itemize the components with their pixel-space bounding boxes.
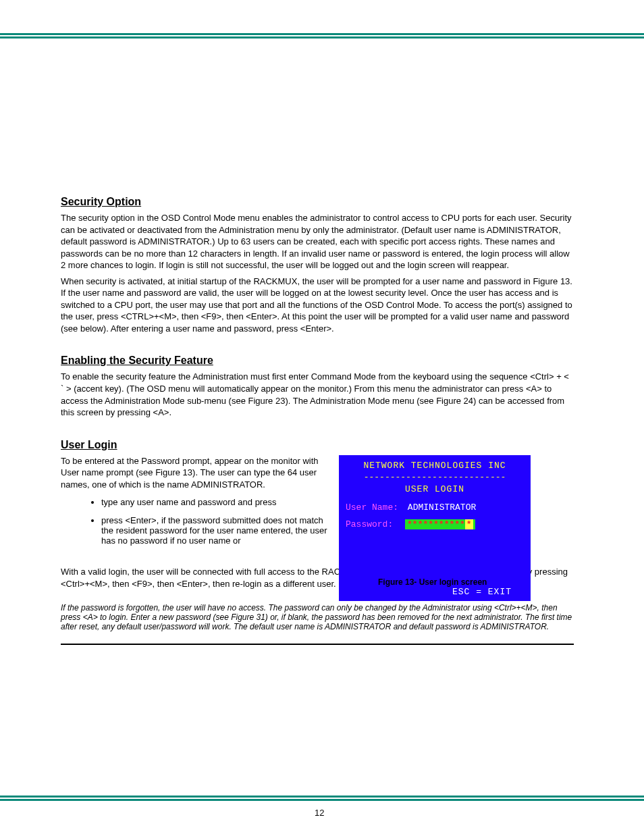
para-security-2: When security is activated, at initial s… bbox=[61, 276, 574, 335]
osd-password-field[interactable]: ************ bbox=[405, 519, 475, 529]
bottom-separator bbox=[61, 644, 574, 645]
osd-password-row: Password: ************ bbox=[346, 519, 524, 529]
osd-password-cursor: * bbox=[465, 519, 473, 529]
para-enabling-1: To enable the security feature the Admin… bbox=[61, 371, 574, 418]
page-number: 12 bbox=[315, 808, 324, 818]
top-teal-rule bbox=[0, 33, 644, 38]
osd-subtitle: USER LOGIN bbox=[346, 484, 524, 494]
heading-security: Security Option bbox=[61, 196, 587, 208]
figure-caption: Figure 13- User login screen bbox=[378, 577, 487, 587]
para-login-1: To be entered at the Password prompt, ap… bbox=[61, 455, 324, 491]
osd-password-mask: *********** bbox=[407, 519, 465, 529]
osd-footer-hint: ESC = EXIT bbox=[452, 587, 512, 597]
osd-username-label: User Name: bbox=[346, 502, 398, 513]
osd-divider: --------------------------- bbox=[346, 472, 524, 482]
osd-username-row: User Name: ADMINISTRATOR bbox=[346, 502, 524, 513]
heading-enabling: Enabling the Security Feature bbox=[61, 355, 587, 367]
login-bullet-2: press <Enter>, if the password submitted… bbox=[101, 515, 331, 546]
heading-user-login: User Login bbox=[61, 439, 587, 451]
bottom-teal-rule bbox=[0, 796, 644, 801]
para-note: If the password is forgotten, the user w… bbox=[61, 603, 574, 631]
osd-password-label: Password: bbox=[346, 519, 393, 529]
para-security-1: The security option in the OSD Control M… bbox=[61, 212, 574, 271]
osd-username-value: ADMINISTRATOR bbox=[408, 502, 476, 513]
login-bullets: type any user name and password and pres… bbox=[74, 497, 331, 546]
login-bullet-1: type any user name and password and pres… bbox=[101, 497, 331, 507]
document-page: Security Option The security option in t… bbox=[0, 0, 644, 834]
osd-title: NETWORK TECHNOLOGIES INC bbox=[346, 461, 524, 471]
